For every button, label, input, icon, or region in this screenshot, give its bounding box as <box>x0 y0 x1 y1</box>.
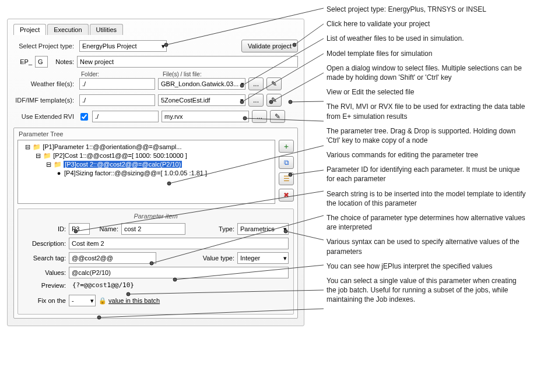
lbl-values: Values: <box>23 269 66 276</box>
tab-project[interactable]: Project <box>13 24 46 35</box>
tree-node-p1[interactable]: ⊟ 📁 [P1]Parameter 1::@@orientation@@=@sa… <box>24 143 272 151</box>
lbl-param-item: Parameter item <box>23 213 289 220</box>
lbl-valuetype: Value type: <box>203 255 234 262</box>
lbl-value-in-batch: 🔒 value in this batch <box>99 297 160 305</box>
lbl-name: Name: <box>93 225 118 232</box>
parameter-item-section: Parameter item ID: Name: Type: Parametri… <box>17 209 294 315</box>
lbl-select-project-type: Select Project type: <box>13 43 76 50</box>
chevron-down-icon: ▾ <box>90 297 94 305</box>
plus-icon: ＋ <box>283 142 290 151</box>
ann-preview: You can see how jEPlus interpret the spe… <box>327 262 528 271</box>
lbl-notes: Notes: <box>51 58 74 65</box>
rvi-folder-input[interactable] <box>92 111 159 122</box>
name-field[interactable] <box>121 223 185 235</box>
parameter-tree[interactable]: ⊟ 📁 [P1]Parameter 1::@@orientation@@=@sa… <box>17 140 275 204</box>
ann-commands: Various commands for editing the paramet… <box>327 150 528 160</box>
tree-node-p4[interactable]: ● [P4]Sizing factor::@@sizing@@=[ 1.0:0.… <box>55 169 272 178</box>
ann-project-type: Select project type: EnergyPlus, TRNSYS … <box>327 5 528 14</box>
bullet-icon: ● <box>55 169 62 178</box>
idf-file-value: 5ZoneCostEst.idf <box>161 97 210 104</box>
search-tag-field[interactable] <box>69 252 156 264</box>
validate-project-button[interactable]: Validate project <box>241 40 298 52</box>
weather-edit-button[interactable]: ✎ <box>266 77 282 90</box>
value-type-value: Integer <box>240 255 260 262</box>
list-icon: ☰ <box>283 175 290 183</box>
tree-delete-button[interactable]: ✖ <box>279 189 294 202</box>
lbl-param-tree: Parameter Tree <box>19 130 294 137</box>
ann-id: Parameter ID for identifying each parame… <box>327 165 528 183</box>
ann-edit: View or Edit the selected file <box>327 87 528 97</box>
lbl-preview: Preview: <box>23 282 66 289</box>
copy-icon: ⧉ <box>284 158 289 167</box>
pencil-icon: ✎ <box>271 96 277 104</box>
values-field[interactable] <box>69 267 289 278</box>
id-field[interactable] <box>69 223 90 235</box>
ann-type: The choice of parameter type determines … <box>327 213 528 232</box>
lbl-fixon: Fix on the <box>23 297 66 304</box>
project-type-value: EnergyPlus Project <box>82 43 137 50</box>
rvi-file-input[interactable] <box>162 111 249 122</box>
pencil-icon: ✎ <box>275 112 280 121</box>
annotations: Select project type: EnergyPlus, TRNSYS … <box>327 5 528 310</box>
tab-utilities[interactable]: Utilities <box>90 24 123 35</box>
notes-field[interactable] <box>77 56 298 68</box>
ann-validate: Click here to validate your project <box>327 19 528 29</box>
rvi-checkbox[interactable] <box>80 113 88 121</box>
ann-browse: Open a dialog window to select files. Mu… <box>327 63 528 82</box>
project-type-select[interactable]: EnergyPlus Project ▾ <box>79 40 167 52</box>
weather-file-select[interactable]: GBR_London.Gatwick.03... ▾ <box>158 78 245 90</box>
weather-folder-input[interactable] <box>79 78 155 90</box>
chevron-down-icon: ▾ <box>162 43 165 50</box>
idf-edit-button[interactable]: ✎ <box>266 94 282 107</box>
fixon-value: - <box>72 297 74 304</box>
chevron-down-icon: ▾ <box>283 255 287 262</box>
tab-execution[interactable]: Execution <box>47 24 88 35</box>
chevron-down-icon: ▾ <box>240 97 244 104</box>
ep-field[interactable] <box>35 56 48 68</box>
weather-file-value: GBR_London.Gatwick.03... <box>161 80 238 87</box>
tree-copy-button[interactable]: ⧉ <box>279 156 294 169</box>
delete-icon: ✖ <box>283 191 289 199</box>
type-select[interactable]: Parametrics ▾ <box>237 223 289 235</box>
ann-weather: List of weather files to be used in simu… <box>327 34 528 43</box>
ann-fix: You can select a single value of this pa… <box>327 276 528 305</box>
ann-rvi: The RVI, MVI or RVX file to be used for … <box>327 102 528 121</box>
type-value: Parametrics <box>240 225 275 232</box>
ann-values: Various syntax can be used to specify al… <box>327 237 528 256</box>
lbl-rvi: Use Extended RVI <box>13 113 76 120</box>
ann-template: Model template files for simulation <box>327 49 528 58</box>
folder-icon: ⊟ <box>24 143 31 151</box>
idf-folder-input[interactable] <box>79 94 155 106</box>
lbl-ep: EP_ <box>13 58 32 65</box>
chevron-down-icon: ▾ <box>283 225 287 233</box>
idf-file-select[interactable]: 5ZoneCostEst.idf ▾ <box>158 94 245 106</box>
preview-text: {?=@@cost1@@/10} <box>69 281 289 289</box>
idf-browse-button[interactable]: ... <box>248 94 264 107</box>
rvi-browse-button[interactable]: ... <box>252 110 267 123</box>
pencil-icon: ✎ <box>271 80 277 88</box>
folder-icon: ⊟ <box>45 160 52 169</box>
lbl-desc: Description: <box>23 240 66 247</box>
lbl-idf: IDF/IMF template(s): <box>13 97 76 104</box>
tree-node-p2[interactable]: ⊟ 📁 [P2]Cost 1::@@cost1@@=[ 1000: 500:10… <box>34 151 272 160</box>
fixon-select[interactable]: - ▾ <box>69 295 96 306</box>
ann-tree: The parameter tree. Drag & Drop is suppo… <box>327 126 528 145</box>
project-panel: Project Execution Utilities Select Proje… <box>7 19 304 326</box>
weather-browse-button[interactable]: ... <box>248 77 264 90</box>
tab-bar: Project Execution Utilities <box>13 24 298 35</box>
tree-edit-button[interactable]: ☰ <box>279 172 294 185</box>
lbl-folder: Folder: <box>81 71 163 77</box>
value-type-select[interactable]: Integer ▾ <box>237 252 289 264</box>
folder-icon: ⊟ <box>34 151 41 160</box>
tree-add-button[interactable]: ＋ <box>279 140 294 153</box>
lbl-filelist: File(s) / list file: <box>163 71 256 77</box>
parameter-tree-section: Parameter Tree ⊟ 📁 [P1]Parameter 1::@@or… <box>13 128 298 319</box>
chevron-down-icon: ▾ <box>241 80 244 88</box>
description-field[interactable] <box>69 238 289 249</box>
lbl-weather: Weather file(s): <box>13 80 76 87</box>
lbl-type: Type: <box>219 225 234 232</box>
lbl-searchtag: Search tag: <box>23 255 66 262</box>
tree-node-p3[interactable]: ⊟ 📁 [P3]cost 2::@@cost2@@=@calc(P2/10) <box>45 160 272 169</box>
rvi-edit-button[interactable]: ✎ <box>270 110 285 123</box>
ann-search: Search string is to be inserted into the… <box>327 189 528 208</box>
